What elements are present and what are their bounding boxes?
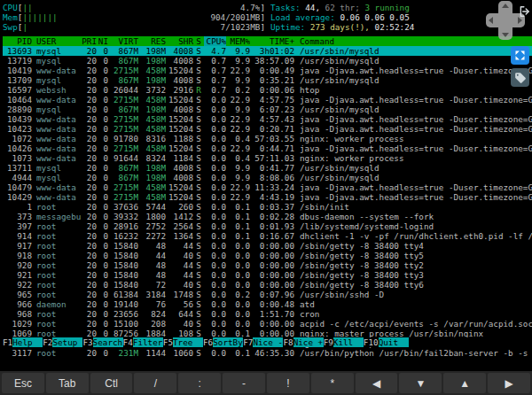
process-row[interactable]: 914root2001623222721364S0.00.10:16.67dhc… xyxy=(3,231,532,241)
tag-button[interactable] xyxy=(511,68,529,87)
fkey-nice-+[interactable]: F8Nice + xyxy=(283,337,323,347)
process-row[interactable]: 966daemon200191407656S0.00.00:00.48atd xyxy=(3,299,532,309)
cell-time: 4:57.43 xyxy=(250,114,294,124)
cell-st: S xyxy=(193,309,204,319)
column-header-virt[interactable]: VIRT xyxy=(108,36,138,46)
mem-meter-bar: |||||||904/2001MB xyxy=(22,12,260,22)
key-arrow-up[interactable]: ▲ xyxy=(443,373,486,393)
key-slash[interactable]: / xyxy=(134,373,176,393)
column-header-pri[interactable]: PRI xyxy=(82,36,97,46)
cell-pid: 28890 xyxy=(3,105,32,114)
key-ctl[interactable]: Ctl xyxy=(90,373,133,393)
process-row[interactable]: 373messagebu2003933218001412S0.00.10:02.… xyxy=(3,212,532,221)
process-row[interactable]: 922root200158407240S0.00.00:00.00/sbin/g… xyxy=(3,280,532,290)
exit-session-button[interactable] xyxy=(519,4,531,17)
cell-pid: 13711 xyxy=(3,163,32,173)
cell-st: S xyxy=(193,251,204,260)
key-exclamation[interactable]: ! xyxy=(267,373,309,393)
process-row[interactable]: 921root200158404844S0.00.00:00.00/sbin/g… xyxy=(3,270,532,280)
cell-pri: 20 xyxy=(82,212,97,221)
cell-mem: 0.2 xyxy=(226,290,250,299)
cell-st: S xyxy=(193,143,204,153)
expand-arrows-icon xyxy=(513,49,527,62)
column-header-shr[interactable]: SHR xyxy=(166,36,193,46)
process-row[interactable]: 3117root200231M11441060S0.00.146:35.30/u… xyxy=(3,348,532,358)
fkey-setup[interactable]: F2Setup xyxy=(43,337,82,347)
key-arrow-down[interactable]: ▼ xyxy=(399,373,442,393)
cell-virt: 867M xyxy=(108,173,138,182)
process-row[interactable]: 28890mysql200867M198M4008S0.09.96:07.23/… xyxy=(3,105,532,114)
fkey-kill[interactable]: F9Kill xyxy=(324,337,364,347)
cell-shr: 4008 xyxy=(166,173,193,182)
dpad-left-icon[interactable] xyxy=(489,17,493,24)
process-row[interactable]: 13711mysql200867M198M4008S0.09.90:41.77/… xyxy=(3,163,532,173)
cell-mem: 22.9 xyxy=(226,66,250,75)
cell-mem: 22.9 xyxy=(226,192,250,202)
cell-pid: 1073 xyxy=(3,153,32,163)
process-row[interactable]: 1072www-data2009178083161188S0.00.457:03… xyxy=(3,134,532,143)
column-header-ni[interactable]: NI xyxy=(97,36,108,46)
column-header-mem[interactable]: MEM% xyxy=(226,36,250,46)
cell-mem: 0.0 xyxy=(226,299,250,309)
fkey-filter[interactable]: F4Filter xyxy=(123,337,163,347)
column-header-cpu[interactable]: CPU% xyxy=(204,36,226,46)
column-header-pid[interactable]: PID xyxy=(3,36,32,46)
cell-mem: 22.9 xyxy=(226,114,250,124)
column-header-res[interactable]: RES xyxy=(138,36,166,46)
process-row[interactable]: 10479www-data2002715M458M15204S0.022.911… xyxy=(3,182,532,192)
cell-cpu: 0.0 xyxy=(204,280,226,290)
process-row[interactable]: 1root200376365744260S0.00.10:03.37/sbin/… xyxy=(3,202,532,212)
column-header-user[interactable]: USER xyxy=(32,36,82,46)
process-row[interactable]: 10439www-data2002715M458M15204S0.022.94:… xyxy=(3,114,532,124)
process-row[interactable]: 917root200158404844S0.00.00:00.00/sbin/g… xyxy=(3,241,532,251)
process-row[interactable]: 13693mysql200867M198M4008S4.79.93h01:02/… xyxy=(3,46,532,56)
resize-terminal-button[interactable] xyxy=(511,46,529,65)
cell-res: 3732 xyxy=(138,85,166,95)
fkey-label: Help xyxy=(12,337,43,347)
dpad-right-icon[interactable] xyxy=(518,17,522,24)
dpad-down-icon[interactable] xyxy=(502,33,509,37)
fkey-sortby[interactable]: F6SortBy xyxy=(203,337,243,347)
key-arrow-right[interactable]: ▶ xyxy=(488,373,530,393)
fkey-nice-[interactable]: F7Nice - xyxy=(243,337,283,347)
key-esc[interactable]: Esc xyxy=(2,373,44,393)
key-colon[interactable]: : xyxy=(178,373,221,393)
process-row[interactable]: 10419www-data2002715M458M15204S0.722.90:… xyxy=(3,66,532,75)
process-row[interactable]: 968root20023656824644S0.00.01:51.70cron xyxy=(3,309,532,319)
key-minus[interactable]: - xyxy=(223,373,265,393)
cell-shr: 44 xyxy=(166,270,193,280)
key-arrow-left[interactable]: ◀ xyxy=(356,373,398,393)
process-row[interactable]: 10464www-data2002715M458M15204S0.022.94:… xyxy=(3,95,532,105)
process-row[interactable]: 16597webssh2002604437322916R0.70.20:00.0… xyxy=(3,85,532,95)
key-asterisk[interactable]: * xyxy=(311,373,354,393)
process-row[interactable]: 13719mysql200867M198M4008S0.79.938:57.09… xyxy=(3,56,532,66)
htop-terminal: CPU[||4.7%] Mem[|||||||904/2001MB] Swp[|… xyxy=(0,0,532,371)
process-row[interactable]: 965root2006138431841748S0.00.20:07.96/us… xyxy=(3,290,532,299)
cell-shr: 1364 xyxy=(166,231,193,241)
fkey-search[interactable]: F3Search xyxy=(82,337,122,347)
process-row[interactable]: 1029root2001510020840S0.00.00:00.00acpid… xyxy=(3,319,532,329)
fkey-tree[interactable]: F5Tree xyxy=(163,337,203,347)
process-row[interactable]: 397root2002891627522564S0.00.10:01.93/li… xyxy=(3,221,532,231)
cell-res: 48 xyxy=(138,270,166,280)
process-row[interactable]: 918root200158404440S0.00.00:00.00/sbin/g… xyxy=(3,251,532,260)
process-row[interactable]: 4944mysql200867M198M4008S0.09.98:08.06/u… xyxy=(3,173,532,182)
process-table: 13693mysql200867M198M4008S4.79.93h01:02/… xyxy=(3,46,532,358)
cell-res: 458M xyxy=(138,114,166,124)
cell-res: 1144 xyxy=(138,348,166,358)
process-row[interactable]: 10426www-data2002715M458M15204S0.022.90:… xyxy=(3,143,532,153)
column-header-st[interactable]: S xyxy=(193,36,204,46)
fkey-quit[interactable]: F10Quit xyxy=(364,337,409,347)
cell-cpu: 0.7 xyxy=(204,56,226,66)
htop-header: CPU[||4.7%] Mem[|||||||904/2001MB] Swp[|… xyxy=(3,3,532,32)
process-row[interactable]: 13709mysql200867M198M4008S0.79.90:35.21/… xyxy=(3,75,532,85)
dpad-up-icon[interactable] xyxy=(502,4,509,8)
process-row[interactable]: 10429www-data2002715M458M15204S0.022.94:… xyxy=(3,192,532,202)
fkey-help[interactable]: F1Help xyxy=(3,337,43,347)
process-row[interactable]: 10423www-data2002715M458M15204S0.022.90:… xyxy=(3,124,532,134)
column-header-time[interactable]: TIME+ xyxy=(250,36,294,46)
key-tab[interactable]: Tab xyxy=(46,373,89,393)
cell-user: mysql xyxy=(32,105,82,114)
process-row[interactable]: 1073www-data2009164483241184S0.00.457:11… xyxy=(3,153,532,163)
process-row[interactable]: 920root200158404844S0.00.00:00.00/sbin/g… xyxy=(3,260,532,270)
